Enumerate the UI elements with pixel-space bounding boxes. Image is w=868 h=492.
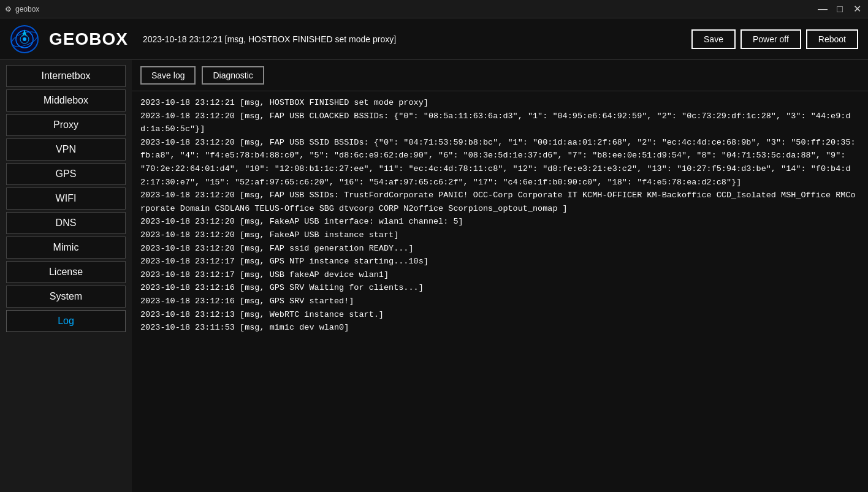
power-off-button[interactable]: Power off [740,29,801,49]
log-line: 2023-10-18 23:12:20 [msg, FAP USB SSID B… [140,136,859,189]
reboot-button[interactable]: Reboot [806,29,858,49]
content-area: Save log Diagnostic 2023-10-18 23:12:21 … [132,60,868,492]
log-line: 2023-10-18 23:12:20 [msg, FAP USB SSIDs:… [140,189,859,215]
diagnostic-button[interactable]: Diagnostic [202,66,264,85]
sidebar-item-mimic[interactable]: Mimic [6,237,126,259]
svg-point-5 [23,37,26,41]
header-buttons: Save Power off Reboot [691,29,858,49]
logo [10,25,39,54]
app-icon: ⚙ [5,5,12,13]
sidebar: Internetbox Middlebox Proxy VPN GPS WIFI… [0,60,132,492]
log-line: 2023-10-18 23:12:17 [msg, USB fakeAP dev… [140,268,859,282]
content-toolbar: Save log Diagnostic [132,60,868,91]
save-button[interactable]: Save [691,29,736,49]
sidebar-item-system[interactable]: System [6,286,126,308]
app-title: geobox [15,5,39,13]
sidebar-item-middlebox[interactable]: Middlebox [6,89,126,112]
log-line: 2023-10-18 23:12:17 [msg, GPS NTP instan… [140,255,859,268]
sidebar-item-vpn[interactable]: VPN [6,138,126,161]
sidebar-item-log[interactable]: Log [6,310,126,332]
app-name: GEOBOX [49,29,128,49]
header: GEOBOX 2023-10-18 23:12:21 [msg, HOSTBOX… [0,18,868,60]
log-line: 2023-10-18 23:12:20 [msg, FakeAP USB ins… [140,229,859,242]
save-log-button[interactable]: Save log [140,66,196,85]
log-line: 2023-10-18 23:12:21 [msg, HOSTBOX FINISH… [140,96,859,110]
sidebar-item-internetbox[interactable]: Internetbox [6,65,126,87]
sidebar-item-dns[interactable]: DNS [6,212,126,234]
log-line: 2023-10-18 23:12:20 [msg, FakeAP USB int… [140,215,859,229]
header-status: 2023-10-18 23:12:21 [msg, HOSTBOX FINISH… [143,34,682,44]
maximize-button[interactable]: □ [834,4,846,14]
title-bar: ⚙ geobox — □ ✕ [0,0,868,18]
sidebar-item-wifi[interactable]: WIFI [6,187,126,210]
log-line: 2023-10-18 23:11:53 [msg, mimic dev wlan… [140,321,859,335]
sidebar-item-gps[interactable]: GPS [6,163,126,185]
log-line: 2023-10-18 23:12:20 [msg, FAP ssid gener… [140,242,859,255]
log-line: 2023-10-18 23:12:13 [msg, WebRTC instanc… [140,308,859,322]
log-line: 2023-10-18 23:12:16 [msg, GPS SRV Waitin… [140,281,859,295]
title-bar-controls: — □ ✕ [817,4,863,14]
log-line: 2023-10-18 23:12:20 [msg, FAP USB CLOACK… [140,110,859,136]
log-area[interactable]: 2023-10-18 23:12:21 [msg, HOSTBOX FINISH… [132,91,868,492]
sidebar-item-license[interactable]: License [6,261,126,283]
sidebar-item-proxy[interactable]: Proxy [6,114,126,136]
title-bar-left: ⚙ geobox [5,5,39,13]
close-button[interactable]: ✕ [851,4,863,14]
main-layout: Internetbox Middlebox Proxy VPN GPS WIFI… [0,60,868,492]
log-line: 2023-10-18 23:12:16 [msg, GPS SRV starte… [140,295,859,308]
minimize-button[interactable]: — [817,4,829,14]
